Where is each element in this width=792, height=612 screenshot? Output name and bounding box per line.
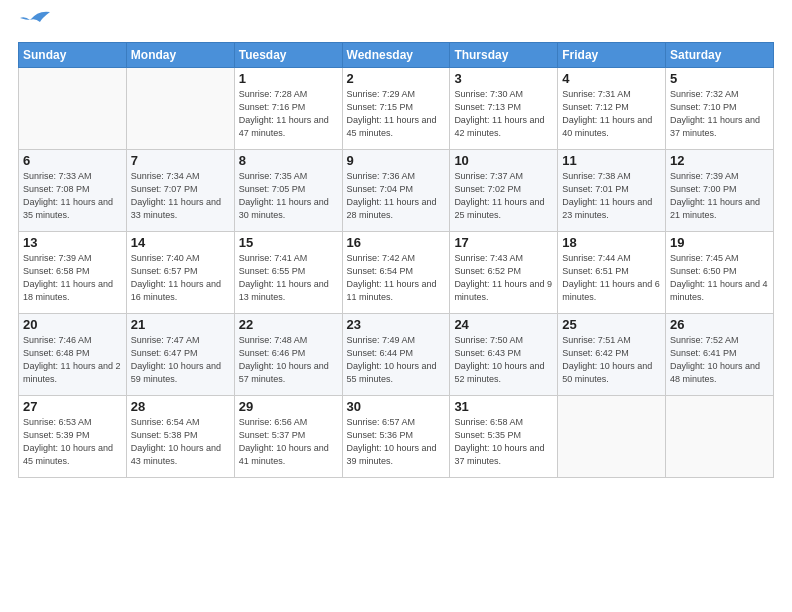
calendar-cell: 5Sunrise: 7:32 AMSunset: 7:10 PMDaylight… — [666, 68, 774, 150]
day-number: 15 — [239, 235, 338, 250]
calendar-cell: 16Sunrise: 7:42 AMSunset: 6:54 PMDayligh… — [342, 232, 450, 314]
day-number: 16 — [347, 235, 446, 250]
calendar-cell — [126, 68, 234, 150]
calendar-cell: 24Sunrise: 7:50 AMSunset: 6:43 PMDayligh… — [450, 314, 558, 396]
calendar-cell: 11Sunrise: 7:38 AMSunset: 7:01 PMDayligh… — [558, 150, 666, 232]
calendar-cell — [666, 396, 774, 478]
logo — [18, 18, 50, 32]
day-number: 20 — [23, 317, 122, 332]
day-info: Sunrise: 7:39 AMSunset: 7:00 PMDaylight:… — [670, 170, 769, 222]
page: SundayMondayTuesdayWednesdayThursdayFrid… — [0, 0, 792, 612]
calendar-week-5: 27Sunrise: 6:53 AMSunset: 5:39 PMDayligh… — [19, 396, 774, 478]
day-info: Sunrise: 7:31 AMSunset: 7:12 PMDaylight:… — [562, 88, 661, 140]
weekday-header-thursday: Thursday — [450, 43, 558, 68]
day-info: Sunrise: 7:32 AMSunset: 7:10 PMDaylight:… — [670, 88, 769, 140]
day-number: 4 — [562, 71, 661, 86]
calendar-cell: 23Sunrise: 7:49 AMSunset: 6:44 PMDayligh… — [342, 314, 450, 396]
weekday-header-friday: Friday — [558, 43, 666, 68]
day-info: Sunrise: 7:52 AMSunset: 6:41 PMDaylight:… — [670, 334, 769, 386]
day-number: 12 — [670, 153, 769, 168]
calendar-cell — [19, 68, 127, 150]
calendar-cell: 17Sunrise: 7:43 AMSunset: 6:52 PMDayligh… — [450, 232, 558, 314]
calendar-cell — [558, 396, 666, 478]
day-number: 31 — [454, 399, 553, 414]
day-info: Sunrise: 7:35 AMSunset: 7:05 PMDaylight:… — [239, 170, 338, 222]
calendar-cell: 10Sunrise: 7:37 AMSunset: 7:02 PMDayligh… — [450, 150, 558, 232]
weekday-header-monday: Monday — [126, 43, 234, 68]
day-info: Sunrise: 7:28 AMSunset: 7:16 PMDaylight:… — [239, 88, 338, 140]
weekday-header-saturday: Saturday — [666, 43, 774, 68]
day-info: Sunrise: 7:47 AMSunset: 6:47 PMDaylight:… — [131, 334, 230, 386]
weekday-header-tuesday: Tuesday — [234, 43, 342, 68]
day-number: 26 — [670, 317, 769, 332]
calendar-cell: 8Sunrise: 7:35 AMSunset: 7:05 PMDaylight… — [234, 150, 342, 232]
calendar-cell: 25Sunrise: 7:51 AMSunset: 6:42 PMDayligh… — [558, 314, 666, 396]
day-number: 10 — [454, 153, 553, 168]
day-number: 13 — [23, 235, 122, 250]
day-number: 23 — [347, 317, 446, 332]
calendar-cell: 26Sunrise: 7:52 AMSunset: 6:41 PMDayligh… — [666, 314, 774, 396]
calendar-cell: 7Sunrise: 7:34 AMSunset: 7:07 PMDaylight… — [126, 150, 234, 232]
calendar-cell: 19Sunrise: 7:45 AMSunset: 6:50 PMDayligh… — [666, 232, 774, 314]
calendar-cell: 22Sunrise: 7:48 AMSunset: 6:46 PMDayligh… — [234, 314, 342, 396]
day-number: 14 — [131, 235, 230, 250]
weekday-header-sunday: Sunday — [19, 43, 127, 68]
day-number: 28 — [131, 399, 230, 414]
day-number: 2 — [347, 71, 446, 86]
day-number: 8 — [239, 153, 338, 168]
day-info: Sunrise: 6:58 AMSunset: 5:35 PMDaylight:… — [454, 416, 553, 468]
day-number: 21 — [131, 317, 230, 332]
day-info: Sunrise: 7:33 AMSunset: 7:08 PMDaylight:… — [23, 170, 122, 222]
calendar-week-3: 13Sunrise: 7:39 AMSunset: 6:58 PMDayligh… — [19, 232, 774, 314]
calendar-cell: 31Sunrise: 6:58 AMSunset: 5:35 PMDayligh… — [450, 396, 558, 478]
day-info: Sunrise: 7:51 AMSunset: 6:42 PMDaylight:… — [562, 334, 661, 386]
day-info: Sunrise: 6:57 AMSunset: 5:36 PMDaylight:… — [347, 416, 446, 468]
day-number: 25 — [562, 317, 661, 332]
day-number: 5 — [670, 71, 769, 86]
day-info: Sunrise: 7:46 AMSunset: 6:48 PMDaylight:… — [23, 334, 122, 386]
day-info: Sunrise: 7:44 AMSunset: 6:51 PMDaylight:… — [562, 252, 661, 304]
calendar-cell: 12Sunrise: 7:39 AMSunset: 7:00 PMDayligh… — [666, 150, 774, 232]
day-info: Sunrise: 6:54 AMSunset: 5:38 PMDaylight:… — [131, 416, 230, 468]
day-number: 19 — [670, 235, 769, 250]
day-number: 22 — [239, 317, 338, 332]
day-info: Sunrise: 7:36 AMSunset: 7:04 PMDaylight:… — [347, 170, 446, 222]
day-info: Sunrise: 7:34 AMSunset: 7:07 PMDaylight:… — [131, 170, 230, 222]
day-info: Sunrise: 7:50 AMSunset: 6:43 PMDaylight:… — [454, 334, 553, 386]
day-number: 9 — [347, 153, 446, 168]
day-info: Sunrise: 7:38 AMSunset: 7:01 PMDaylight:… — [562, 170, 661, 222]
day-info: Sunrise: 6:53 AMSunset: 5:39 PMDaylight:… — [23, 416, 122, 468]
day-number: 29 — [239, 399, 338, 414]
day-number: 3 — [454, 71, 553, 86]
calendar-cell: 1Sunrise: 7:28 AMSunset: 7:16 PMDaylight… — [234, 68, 342, 150]
calendar-cell: 29Sunrise: 6:56 AMSunset: 5:37 PMDayligh… — [234, 396, 342, 478]
day-number: 24 — [454, 317, 553, 332]
calendar-cell: 15Sunrise: 7:41 AMSunset: 6:55 PMDayligh… — [234, 232, 342, 314]
day-info: Sunrise: 7:45 AMSunset: 6:50 PMDaylight:… — [670, 252, 769, 304]
calendar-cell: 21Sunrise: 7:47 AMSunset: 6:47 PMDayligh… — [126, 314, 234, 396]
day-info: Sunrise: 7:37 AMSunset: 7:02 PMDaylight:… — [454, 170, 553, 222]
day-info: Sunrise: 6:56 AMSunset: 5:37 PMDaylight:… — [239, 416, 338, 468]
calendar-cell: 6Sunrise: 7:33 AMSunset: 7:08 PMDaylight… — [19, 150, 127, 232]
day-number: 11 — [562, 153, 661, 168]
day-info: Sunrise: 7:30 AMSunset: 7:13 PMDaylight:… — [454, 88, 553, 140]
calendar-cell: 30Sunrise: 6:57 AMSunset: 5:36 PMDayligh… — [342, 396, 450, 478]
calendar-cell: 4Sunrise: 7:31 AMSunset: 7:12 PMDaylight… — [558, 68, 666, 150]
day-info: Sunrise: 7:42 AMSunset: 6:54 PMDaylight:… — [347, 252, 446, 304]
calendar-cell: 9Sunrise: 7:36 AMSunset: 7:04 PMDaylight… — [342, 150, 450, 232]
calendar-cell: 3Sunrise: 7:30 AMSunset: 7:13 PMDaylight… — [450, 68, 558, 150]
weekday-header-wednesday: Wednesday — [342, 43, 450, 68]
header — [18, 18, 774, 32]
day-number: 7 — [131, 153, 230, 168]
logo-bird-icon — [20, 10, 50, 32]
day-info: Sunrise: 7:40 AMSunset: 6:57 PMDaylight:… — [131, 252, 230, 304]
calendar-week-1: 1Sunrise: 7:28 AMSunset: 7:16 PMDaylight… — [19, 68, 774, 150]
calendar-cell: 28Sunrise: 6:54 AMSunset: 5:38 PMDayligh… — [126, 396, 234, 478]
day-info: Sunrise: 7:48 AMSunset: 6:46 PMDaylight:… — [239, 334, 338, 386]
day-number: 6 — [23, 153, 122, 168]
day-info: Sunrise: 7:49 AMSunset: 6:44 PMDaylight:… — [347, 334, 446, 386]
day-number: 30 — [347, 399, 446, 414]
weekday-header-row: SundayMondayTuesdayWednesdayThursdayFrid… — [19, 43, 774, 68]
calendar-cell: 13Sunrise: 7:39 AMSunset: 6:58 PMDayligh… — [19, 232, 127, 314]
calendar-cell: 18Sunrise: 7:44 AMSunset: 6:51 PMDayligh… — [558, 232, 666, 314]
